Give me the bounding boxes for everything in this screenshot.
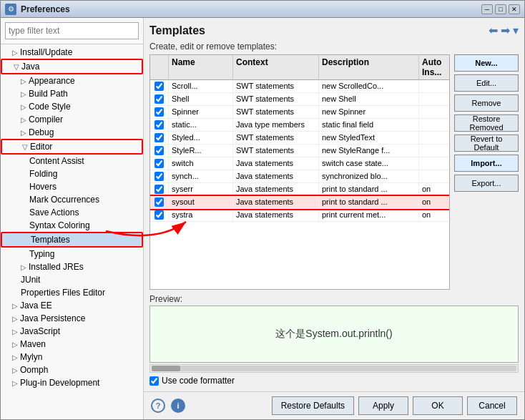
forward-button[interactable]: ➡ bbox=[501, 24, 510, 37]
col-check bbox=[150, 55, 169, 79]
expand-icon: ▷ bbox=[12, 49, 18, 57]
info-icon[interactable]: i bbox=[171, 399, 185, 413]
row-check[interactable] bbox=[150, 93, 169, 105]
tree-item-properties-files[interactable]: Properties Files Editor bbox=[1, 286, 143, 299]
tree-item-java-persistence[interactable]: ▷ Java Persistence bbox=[1, 312, 143, 325]
table-row[interactable]: switch Java statements switch case state… bbox=[150, 157, 449, 170]
row-auto bbox=[419, 80, 449, 92]
apply-button[interactable]: Apply bbox=[358, 396, 408, 415]
tree-item-plugin-development[interactable]: ▷ Plug-in Development bbox=[1, 376, 143, 389]
tree-item-mylyn[interactable]: ▷ Mylyn bbox=[1, 351, 143, 363]
tree-item-debug[interactable]: ▷ Debug bbox=[1, 126, 143, 139]
row-check[interactable] bbox=[150, 183, 169, 195]
tree-item-java-ee[interactable]: ▷ Java EE bbox=[1, 299, 143, 312]
tree-item-maven[interactable]: ▷ Maven bbox=[1, 338, 143, 351]
row-check[interactable] bbox=[150, 132, 169, 144]
close-button[interactable]: ✕ bbox=[509, 4, 520, 14]
row-check[interactable] bbox=[150, 157, 169, 170]
maximize-button[interactable]: □ bbox=[495, 4, 506, 14]
tree-label: Java Persistence bbox=[20, 313, 85, 323]
tree-label: JavaScript bbox=[20, 326, 60, 336]
tree-label: Save Actions bbox=[29, 207, 79, 218]
back-button[interactable]: ⬅ bbox=[489, 24, 498, 37]
tree-item-junit[interactable]: JUnit bbox=[1, 273, 143, 286]
import-button[interactable]: Import... bbox=[454, 155, 519, 172]
table-row-sysout[interactable]: sysout Java statements print to standard… bbox=[150, 196, 449, 209]
row-check[interactable] bbox=[150, 145, 169, 157]
expand-icon: ▷ bbox=[21, 129, 26, 137]
help-icon[interactable]: ? bbox=[151, 399, 165, 413]
restore-removed-button[interactable]: Restore Removed bbox=[454, 114, 519, 132]
scroll-thumb[interactable] bbox=[152, 366, 180, 371]
tree-label: Hovers bbox=[29, 182, 57, 192]
edit-button[interactable]: Edit... bbox=[454, 74, 519, 92]
table-row[interactable]: Spinner SWT statements new Spinner bbox=[150, 106, 449, 119]
tree-item-code-style[interactable]: ▷ Code Style bbox=[1, 100, 143, 113]
table-row[interactable]: Shell SWT statements new Shell bbox=[150, 93, 449, 106]
ok-button[interactable]: OK bbox=[413, 396, 463, 415]
row-context: Java statements bbox=[233, 183, 319, 195]
row-desc: print to standard ... bbox=[319, 196, 419, 208]
row-desc: print to standard ... bbox=[319, 183, 419, 195]
remove-button[interactable]: Remove bbox=[454, 94, 519, 112]
table-row[interactable]: systra Java statements print current met… bbox=[150, 209, 449, 222]
table-row[interactable]: static... Java type members static final… bbox=[150, 119, 449, 132]
minimize-button[interactable]: ─ bbox=[481, 4, 493, 14]
tree-label: Install/Update bbox=[20, 47, 72, 57]
table-row[interactable]: synch... Java statements synchronized bl… bbox=[150, 170, 449, 183]
tree-label: Templates bbox=[31, 235, 70, 245]
dropdown-button[interactable]: ▾ bbox=[513, 24, 519, 37]
expand-icon: ▷ bbox=[21, 263, 26, 271]
tree-item-installed-jres[interactable]: ▷ Installed JREs bbox=[1, 260, 143, 273]
cancel-button[interactable]: Cancel bbox=[467, 396, 517, 415]
tree-item-typing[interactable]: Typing bbox=[1, 248, 143, 260]
revert-to-default-button[interactable]: Revert to Default bbox=[454, 135, 519, 152]
tree-item-save-actions[interactable]: Save Actions bbox=[1, 206, 143, 219]
expand-icon: ▷ bbox=[12, 379, 18, 387]
table-row[interactable]: StyleR... SWT statements new StyleRange … bbox=[150, 145, 449, 157]
tree-item-editor[interactable]: ▽ Editor bbox=[1, 139, 143, 155]
row-check[interactable] bbox=[150, 80, 169, 92]
tree-item-java[interactable]: ▽ Java bbox=[1, 59, 143, 74]
bottom-left: ? i bbox=[151, 399, 185, 413]
row-desc: synchronized blo... bbox=[319, 170, 419, 182]
use-formatter-checkbox[interactable] bbox=[149, 376, 159, 386]
restore-defaults-button[interactable]: Restore Defaults bbox=[272, 396, 354, 415]
table-row[interactable]: syserr Java statements print to standard… bbox=[150, 183, 449, 196]
tree-item-hovers[interactable]: Hovers bbox=[1, 180, 143, 193]
tree-item-syntax-coloring[interactable]: Syntax Coloring bbox=[1, 219, 143, 232]
export-button[interactable]: Export... bbox=[454, 175, 519, 192]
expand-icon: ▷ bbox=[12, 341, 18, 348]
table-body: Scroll... SWT statements new ScrolledCo.… bbox=[150, 80, 449, 289]
tree-item-javascript[interactable]: ▷ JavaScript bbox=[1, 325, 143, 338]
horizontal-scrollbar[interactable] bbox=[149, 364, 519, 373]
row-check[interactable] bbox=[150, 209, 169, 221]
tree-item-content-assist[interactable]: Content Assist bbox=[1, 155, 143, 167]
row-check[interactable] bbox=[150, 119, 169, 131]
title-bar: ⚙ Preferences ─ □ ✕ bbox=[1, 1, 524, 18]
new-button[interactable]: New... bbox=[454, 54, 519, 72]
row-check[interactable] bbox=[150, 196, 169, 208]
preview-content: 这个是System.out.println() bbox=[275, 328, 392, 341]
preferences-dialog: ⚙ Preferences ─ □ ✕ ▷ Install/Update ▽ J… bbox=[0, 0, 525, 420]
tree-item-oomph[interactable]: ▷ Oomph bbox=[1, 363, 143, 376]
tree-item-build-path[interactable]: ▷ Build Path bbox=[1, 87, 143, 100]
tree-item-mark-occurrences[interactable]: Mark Occurrences bbox=[1, 193, 143, 206]
tree-item-templates[interactable]: Templates bbox=[1, 232, 143, 248]
col-name: Name bbox=[169, 55, 233, 79]
tree-label: Maven bbox=[20, 339, 46, 349]
row-name: Spinner bbox=[169, 106, 233, 118]
row-check[interactable] bbox=[150, 170, 169, 182]
tree-label: Editor bbox=[30, 142, 52, 152]
tree-item-appearance[interactable]: ▷ Appearance bbox=[1, 74, 143, 87]
preview-box: 这个是System.out.println() bbox=[149, 306, 519, 363]
table-row[interactable]: Scroll... SWT statements new ScrolledCo.… bbox=[150, 80, 449, 93]
tree-item-install-update[interactable]: ▷ Install/Update bbox=[1, 46, 143, 59]
tree-label: Build Path bbox=[29, 89, 68, 99]
left-panel: ▷ Install/Update ▽ Java ▷ Appearance ▷ B… bbox=[1, 18, 144, 419]
table-row[interactable]: Styled... SWT statements new StyledText bbox=[150, 132, 449, 145]
tree-item-folding[interactable]: Folding bbox=[1, 167, 143, 180]
filter-input[interactable] bbox=[5, 22, 139, 39]
tree-item-compiler[interactable]: ▷ Compiler bbox=[1, 113, 143, 126]
row-check[interactable] bbox=[150, 106, 169, 118]
